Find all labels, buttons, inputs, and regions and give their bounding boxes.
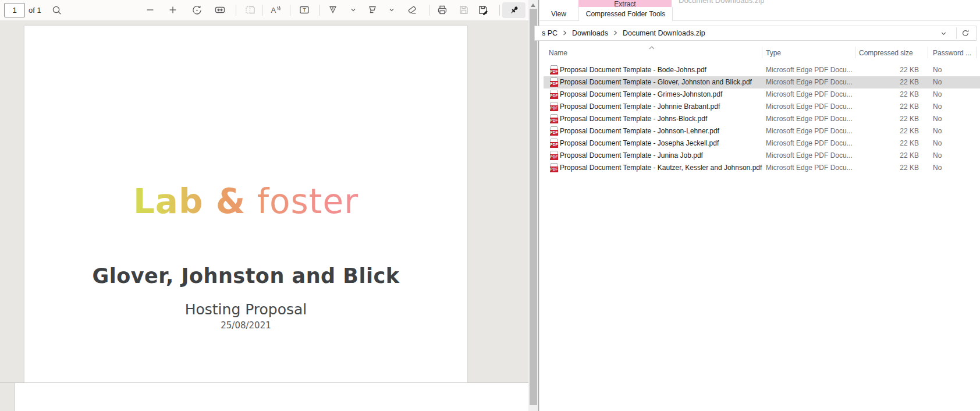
file-compressed-size: 22 KB	[859, 150, 919, 162]
file-compressed-size: 22 KB	[859, 101, 919, 113]
table-row[interactable]: PDF Proposal Document Template - Bode-Jo…	[544, 64, 980, 76]
page-number-input[interactable]: 1	[4, 3, 25, 17]
save-as-button[interactable]	[476, 3, 490, 17]
pdf-file-icon-badge: PDF	[550, 93, 558, 99]
save-button[interactable]	[457, 3, 471, 17]
search-button[interactable]	[49, 3, 63, 17]
pdf-scrollbar[interactable]	[528, 0, 538, 411]
highlight-options-button[interactable]	[388, 3, 396, 17]
background-corner	[0, 383, 15, 411]
pdf-file-icon: PDF	[550, 90, 558, 99]
file-name: Proposal Document Template - Johnnie Bra…	[560, 101, 720, 113]
fit-width-icon	[214, 4, 226, 16]
pdf-file-icon-badge: PDF	[550, 142, 558, 148]
scrollbar-thumb[interactable]	[530, 9, 537, 405]
sort-ascending-icon	[648, 44, 655, 52]
pdf-file-icon: PDF	[550, 102, 558, 111]
refresh-icon	[961, 29, 970, 37]
file-name: Proposal Document Template - Glover, Joh…	[560, 76, 752, 88]
toolbar-divider	[499, 5, 500, 16]
file-type: Microsoft Edge PDF Docu...	[766, 101, 853, 113]
table-row[interactable]: PDF Proposal Document Template - Glover,…	[544, 76, 980, 88]
table-row[interactable]: PDF Proposal Document Template - Johnnie…	[544, 101, 980, 113]
pdf-file-icon: PDF	[550, 126, 558, 136]
column-header-compressed-size[interactable]: Compressed size	[859, 49, 913, 57]
zoom-out-button[interactable]	[143, 3, 157, 17]
column-separator[interactable]	[976, 47, 977, 58]
file-compressed-size: 22 KB	[859, 88, 919, 101]
table-row[interactable]: PDF Proposal Document Template - Grimes-…	[544, 88, 980, 101]
read-aloud-icon: A	[269, 4, 281, 16]
tab-view[interactable]: View	[539, 8, 578, 20]
breadcrumb-downloads[interactable]: Downloads	[572, 29, 608, 37]
file-type: Microsoft Edge PDF Docu...	[766, 150, 853, 162]
file-password: No	[933, 150, 942, 162]
highlight-button[interactable]	[365, 3, 379, 17]
column-separator[interactable]	[855, 47, 855, 58]
address-bar[interactable]: s PC Downloads Document Downloads.zip	[534, 26, 977, 41]
pdf-file-icon-badge: PDF	[550, 166, 558, 172]
chevron-down-icon	[350, 7, 356, 13]
minus-icon	[145, 5, 155, 15]
file-password: No	[933, 137, 942, 150]
zoom-in-button[interactable]	[166, 3, 180, 17]
page-count-label: of 1	[29, 0, 41, 20]
highlighter-icon	[367, 4, 378, 16]
document-date: 25/08/2021	[24, 320, 467, 331]
file-password: No	[933, 162, 942, 174]
file-compressed-size: 22 KB	[859, 64, 919, 76]
search-icon	[51, 5, 62, 16]
scroll-up-arrow-icon[interactable]	[531, 3, 535, 7]
pdf-file-icon: PDF	[550, 139, 558, 148]
table-row[interactable]: PDF Proposal Document Template - Johns-B…	[544, 113, 980, 125]
file-compressed-size: 22 KB	[859, 113, 919, 125]
file-password: No	[933, 88, 942, 101]
page-view-button[interactable]	[243, 3, 257, 17]
file-name: Proposal Document Template - Junina Job.…	[560, 150, 703, 162]
file-list: PDF Proposal Document Template - Bode-Jo…	[544, 64, 980, 174]
file-compressed-size: 22 KB	[859, 137, 919, 150]
refresh-button[interactable]	[959, 26, 972, 40]
logo-text-light: foster	[246, 182, 358, 221]
save-as-icon	[477, 4, 489, 16]
draw-button[interactable]	[326, 3, 340, 17]
column-separator[interactable]	[762, 47, 762, 58]
address-dropdown-button[interactable]	[938, 26, 949, 40]
file-type: Microsoft Edge PDF Docu...	[766, 137, 853, 150]
table-row[interactable]: PDF Proposal Document Template - Josepha…	[544, 137, 980, 150]
pushpin-icon	[508, 5, 520, 16]
rotate-button[interactable]	[190, 3, 204, 17]
pdf-file-icon: PDF	[550, 77, 558, 87]
pdf-file-icon-badge: PDF	[550, 118, 558, 123]
column-header-type[interactable]: Type	[766, 49, 781, 57]
file-type: Microsoft Edge PDF Docu...	[766, 76, 853, 88]
page-view-icon	[244, 4, 256, 16]
erase-button[interactable]	[405, 3, 419, 17]
table-row[interactable]: PDF Proposal Document Template - Junina …	[544, 150, 980, 162]
document-title: Glover, Johnston and Blick	[24, 264, 467, 288]
column-separator[interactable]	[928, 47, 928, 58]
toolbar-divider	[236, 5, 236, 16]
read-aloud-button[interactable]: A	[268, 3, 282, 17]
pdf-file-icon-badge: PDF	[550, 105, 558, 111]
table-row[interactable]: PDF Proposal Document Template - Kautzer…	[544, 162, 980, 174]
breadcrumb-this-pc[interactable]: s PC	[542, 29, 558, 37]
file-password: No	[933, 125, 942, 137]
add-text-button[interactable]: T	[297, 3, 311, 17]
tab-compressed-folder-tools[interactable]: Compressed Folder Tools	[578, 7, 673, 21]
pin-toolbar-button[interactable]	[502, 2, 525, 18]
background-window-strip	[0, 383, 528, 411]
eraser-icon	[406, 4, 418, 16]
file-name: Proposal Document Template - Kautzer, Ke…	[560, 162, 762, 174]
column-header-name[interactable]: Name	[549, 49, 567, 57]
draw-options-button[interactable]	[349, 3, 357, 17]
column-header-password[interactable]: Password ...	[933, 49, 971, 57]
breadcrumb: s PC Downloads Document Downloads.zip	[542, 26, 705, 40]
pdf-file-icon-badge: PDF	[550, 154, 558, 160]
table-row[interactable]: PDF Proposal Document Template - Johnson…	[544, 125, 980, 137]
toolbar-divider	[319, 5, 319, 16]
rotate-icon	[191, 5, 203, 16]
print-button[interactable]	[435, 3, 449, 17]
fit-to-width-button[interactable]	[213, 3, 227, 17]
breadcrumb-zip[interactable]: Document Downloads.zip	[623, 29, 705, 37]
